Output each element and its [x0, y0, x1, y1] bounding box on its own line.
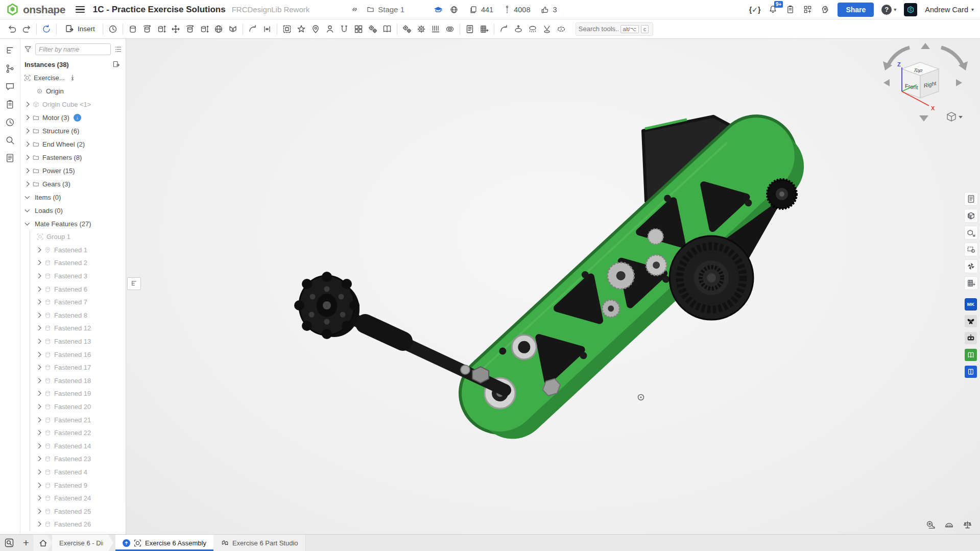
apps-grid-button[interactable]: [803, 5, 812, 14]
tree-row-items[interactable]: Items (0) ↓: [20, 190, 126, 204]
expand-chevron[interactable]: [23, 220, 31, 228]
tree-row-origin-cube[interactable]: Origin Cube <1> ↓: [20, 98, 126, 111]
expand-chevron[interactable]: [35, 324, 43, 332]
divider[interactable]: [243, 23, 243, 35]
expand-chevron[interactable]: [35, 390, 43, 397]
mate-row[interactable]: Fastened 25: [30, 505, 126, 518]
expand-chevron[interactable]: [35, 442, 43, 450]
mate-row[interactable]: Fastened 16: [30, 348, 126, 361]
apps-panel-icon[interactable]: [964, 276, 978, 290]
expand-chevron[interactable]: [23, 154, 31, 161]
tree-row-mate-features[interactable]: Mate Features (27) ↓: [20, 217, 126, 230]
tree-row-fasteners[interactable]: Fasteners (8) ↓: [20, 151, 126, 164]
mate-row[interactable]: Fastened 2: [30, 256, 126, 270]
mate-row[interactable]: Fastened 19: [30, 387, 126, 400]
divider[interactable]: [36, 23, 37, 35]
insert-instance-icon[interactable]: [112, 60, 121, 69]
expand-chevron[interactable]: [35, 494, 43, 502]
mate-row[interactable]: Fastened 6: [30, 282, 126, 296]
cylindrical-mate-button[interactable]: [183, 22, 197, 36]
expand-chevron[interactable]: [35, 285, 43, 293]
tab-document[interactable]: Exercise 6 - Din: [52, 535, 113, 551]
filter-icon[interactable]: [23, 45, 32, 54]
expand-chevron[interactable]: [35, 364, 43, 371]
expand-chevron[interactable]: [35, 403, 43, 411]
tab-assembly[interactable]: Exercise 6 Assembly: [115, 535, 213, 551]
section-view-button[interactable]: [497, 22, 511, 36]
expand-chevron[interactable]: [23, 127, 31, 135]
expand-chevron[interactable]: [23, 101, 31, 108]
home-tab-button[interactable]: [34, 535, 52, 551]
search-tools[interactable]: alt/⌥ c: [576, 22, 653, 36]
snap-mode-button[interactable]: [337, 22, 351, 36]
bom-button[interactable]: [463, 22, 477, 36]
expand-chevron[interactable]: [35, 246, 43, 254]
mate-row[interactable]: Fastened 20: [30, 400, 126, 414]
mate-row[interactable]: Fastened 3: [30, 270, 126, 283]
mate-row[interactable]: Fastened 8: [30, 309, 126, 322]
tree-row-end-wheel[interactable]: End Wheel (2) ↓: [20, 137, 126, 151]
named-positions-button[interactable]: [294, 22, 308, 36]
expand-chevron[interactable]: [35, 429, 43, 437]
history-panel-icon[interactable]: [3, 114, 18, 130]
mate-row[interactable]: Fastened 13: [30, 335, 126, 348]
divider[interactable]: [397, 23, 397, 35]
expand-chevron[interactable]: [23, 180, 31, 188]
expand-chevron[interactable]: [35, 520, 43, 528]
mate-row[interactable]: Fastened 18: [30, 374, 126, 388]
expand-chevron[interactable]: [35, 468, 43, 476]
graphics-viewport[interactable]: Top Front Right Z X MK: [126, 39, 980, 534]
help-menu[interactable]: ? ▾: [881, 5, 896, 15]
enclose-button[interactable]: [380, 22, 394, 36]
mate-row[interactable]: Fastened 23: [30, 452, 126, 466]
parts-list-panel-icon[interactable]: [964, 192, 978, 206]
menu-icon[interactable]: [76, 5, 85, 15]
public-globe-icon[interactable]: [449, 5, 459, 14]
expand-chevron[interactable]: [35, 351, 43, 358]
structure-panel-icon[interactable]: [3, 43, 18, 58]
copies-count[interactable]: 441: [469, 5, 493, 14]
named-views-button[interactable]: [540, 22, 554, 36]
mate-button[interactable]: [126, 22, 140, 36]
tree-row-loads[interactable]: Loads (0) ↓: [20, 204, 126, 217]
expand-chevron[interactable]: [35, 482, 43, 489]
expand-chevron[interactable]: [35, 508, 43, 515]
app-butterfly-icon[interactable]: [965, 315, 977, 327]
features-flyout-button[interactable]: [127, 277, 141, 290]
learning-badge[interactable]: [433, 5, 443, 14]
mate-row[interactable]: Fastened 1: [30, 244, 126, 257]
render-panel-icon[interactable]: [964, 259, 978, 273]
onshape-logo[interactable]: [6, 3, 19, 16]
interference-button[interactable]: [366, 22, 380, 36]
exploded-view-button[interactable]: [511, 22, 525, 36]
user-menu[interactable]: Andrew Card ▾: [925, 6, 974, 14]
slider-mate-button[interactable]: [154, 22, 169, 36]
expand-chevron[interactable]: [35, 416, 43, 424]
rack-relation-button[interactable]: [428, 22, 443, 36]
undo-button[interactable]: [5, 22, 19, 36]
mate-row[interactable]: Group 1: [30, 230, 126, 244]
divider[interactable]: [494, 23, 494, 35]
feature-scripts-icon[interactable]: {✓}: [749, 6, 761, 14]
view-cube[interactable]: Top Front Right Z X: [877, 40, 974, 128]
tree-row-motor[interactable]: Motor (3) ↓: [20, 111, 126, 124]
group-button[interactable]: [280, 22, 294, 36]
tree-row-structure[interactable]: Structure (6) ↓: [20, 124, 126, 137]
ball-mate-button[interactable]: [211, 22, 226, 36]
notifications-button[interactable]: 9+: [768, 5, 778, 14]
section-panel-icon[interactable]: [964, 243, 978, 256]
divider[interactable]: [460, 23, 460, 35]
expand-chevron[interactable]: [35, 259, 43, 267]
divider[interactable]: [123, 23, 123, 35]
expand-chevron[interactable]: [23, 114, 31, 122]
divider[interactable]: [56, 23, 57, 35]
app-mk-icon[interactable]: MK: [965, 298, 977, 310]
view-cube-menu[interactable]: [947, 112, 963, 121]
expand-chevron[interactable]: [35, 312, 43, 319]
mate-row[interactable]: Fastened 17: [30, 361, 126, 374]
rotate-tool-button[interactable]: [246, 22, 260, 36]
share-button[interactable]: Share: [838, 3, 874, 17]
expand-chevron[interactable]: [35, 272, 43, 280]
likes-count[interactable]: 3: [540, 5, 557, 14]
search-tools-input[interactable]: [579, 25, 618, 33]
